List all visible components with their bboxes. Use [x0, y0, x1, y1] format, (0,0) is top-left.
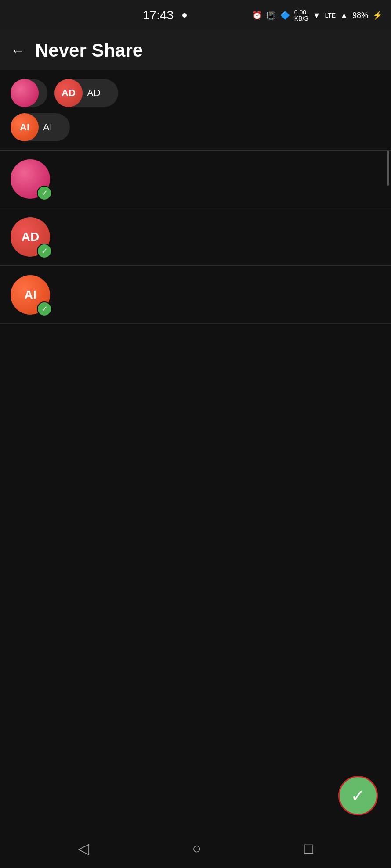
- status-dot: [182, 13, 187, 18]
- check-badge-ad: ✓: [37, 244, 52, 258]
- avatar-pink: [11, 79, 39, 107]
- battery-charge-icon: ⚡: [373, 11, 382, 20]
- battery-text: 98%: [352, 11, 368, 20]
- bottom-nav: ◁ ○ □: [0, 829, 391, 868]
- contact-list: ✓ AD ✓ AI ✓: [0, 151, 391, 324]
- contact-avatar-wrapper-ad: AD ✓: [11, 217, 50, 257]
- filter-row-1: AD AD: [11, 79, 380, 107]
- contact-avatar-wrapper-ai: AI ✓: [11, 275, 50, 315]
- data-icon: 0.00KB/S: [294, 9, 308, 22]
- signal-icon: ▲: [340, 11, 348, 20]
- check-badge-ai: ✓: [37, 301, 52, 316]
- status-time: 17:43: [143, 8, 174, 22]
- wifi-icon: ▼: [313, 11, 321, 20]
- alarm-icon: ⏰: [252, 11, 262, 20]
- filter-row-2: AI AI: [11, 113, 380, 141]
- search-area: AD AD AI AI: [0, 70, 391, 150]
- contact-item-pink[interactable]: ✓: [0, 151, 391, 208]
- fab-check-icon: ✓: [351, 786, 366, 806]
- vibrate-icon: 📳: [266, 11, 276, 20]
- bluetooth-icon: 🔷: [280, 11, 290, 20]
- nav-back-button[interactable]: ◁: [78, 839, 89, 857]
- page-title: Never Share: [35, 40, 143, 61]
- back-button[interactable]: ←: [11, 43, 25, 59]
- contact-item-ad[interactable]: AD ✓: [0, 208, 391, 266]
- chip-label-ad: AD: [83, 87, 109, 99]
- lte-icon: LTE: [325, 12, 336, 19]
- status-icons: ⏰ 📳 🔷 0.00KB/S ▼ LTE ▲ 98% ⚡: [252, 9, 382, 22]
- chip-label-ai: AI: [39, 122, 61, 133]
- check-badge-pink: ✓: [37, 186, 52, 201]
- avatar-ai: AI: [11, 113, 39, 141]
- filter-chip-ad[interactable]: AD AD: [54, 79, 118, 107]
- nav-home-button[interactable]: ○: [192, 840, 201, 857]
- fab-confirm-button[interactable]: ✓: [338, 776, 378, 815]
- top-bar: ← Never Share: [0, 31, 391, 70]
- filter-chip-pink[interactable]: [11, 79, 47, 107]
- contact-avatar-wrapper-pink: ✓: [11, 159, 50, 199]
- status-bar: 17:43 ⏰ 📳 🔷 0.00KB/S ▼ LTE ▲ 98% ⚡: [0, 0, 391, 31]
- contact-item-ai[interactable]: AI ✓: [0, 266, 391, 324]
- nav-recent-button[interactable]: □: [304, 840, 313, 857]
- avatar-ad: AD: [54, 79, 83, 107]
- filter-chip-ai[interactable]: AI AI: [11, 113, 70, 141]
